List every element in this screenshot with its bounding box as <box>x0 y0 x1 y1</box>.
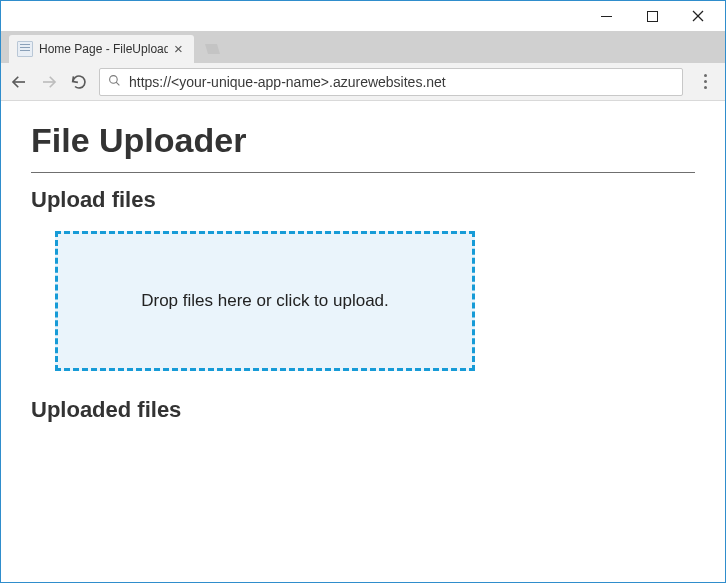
tab-title: Home Page - FileUploade <box>39 42 168 56</box>
page-content: File Uploader Upload files Drop files he… <box>1 101 725 461</box>
back-button[interactable] <box>9 72 29 92</box>
new-tab-icon <box>202 42 220 56</box>
browser-tabstrip: Home Page - FileUploade × <box>1 31 725 63</box>
dropzone-text: Drop files here or click to upload. <box>141 291 389 311</box>
minimize-button[interactable] <box>583 2 629 30</box>
arrow-left-icon <box>10 73 28 91</box>
address-bar[interactable]: https://<your-unique-app-name>.azurewebs… <box>99 68 683 96</box>
reload-button[interactable] <box>69 72 89 92</box>
upload-heading: Upload files <box>31 187 695 213</box>
url-text: https://<your-unique-app-name>.azurewebs… <box>129 74 674 90</box>
svg-line-8 <box>116 82 119 85</box>
svg-point-7 <box>110 75 118 83</box>
page-favicon-icon <box>17 41 33 57</box>
arrow-right-icon <box>40 73 58 91</box>
close-icon <box>692 10 704 22</box>
minimize-icon <box>601 11 612 22</box>
reload-icon <box>70 73 88 91</box>
forward-button[interactable] <box>39 72 59 92</box>
uploaded-heading: Uploaded files <box>31 397 695 423</box>
maximize-button[interactable] <box>629 2 675 30</box>
maximize-icon <box>647 11 658 22</box>
search-icon <box>108 74 121 90</box>
new-tab-button[interactable] <box>200 39 222 59</box>
menu-dots-icon <box>704 74 707 77</box>
browser-tab[interactable]: Home Page - FileUploade × <box>9 35 194 63</box>
svg-marker-4 <box>205 44 220 54</box>
title-divider <box>31 172 695 173</box>
file-dropzone[interactable]: Drop files here or click to upload. <box>55 231 475 371</box>
browser-menu-button[interactable] <box>693 74 717 89</box>
svg-rect-1 <box>647 11 657 21</box>
page-title: File Uploader <box>31 121 695 160</box>
tab-close-button[interactable]: × <box>174 43 186 55</box>
window-titlebar <box>1 1 725 31</box>
browser-toolbar: https://<your-unique-app-name>.azurewebs… <box>1 63 725 101</box>
close-window-button[interactable] <box>675 2 721 30</box>
